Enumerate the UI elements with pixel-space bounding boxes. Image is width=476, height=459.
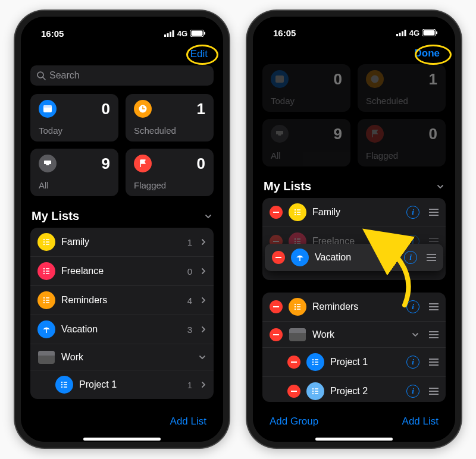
home-indicator[interactable] xyxy=(315,438,393,441)
info-button[interactable]: i xyxy=(406,300,419,313)
list-count: 4 xyxy=(187,295,192,306)
dragging-list-item[interactable]: Vacation i xyxy=(265,244,443,271)
list-item-vacation[interactable]: Vacation 3 xyxy=(30,315,214,344)
list-count: 0 xyxy=(187,266,192,276)
card-today[interactable]: 0 Today xyxy=(30,94,118,142)
list-label: Reminders xyxy=(312,301,400,312)
svg-point-35 xyxy=(61,384,62,385)
edit-list-item-project2[interactable]: Project 2 i xyxy=(262,377,446,402)
svg-rect-17 xyxy=(46,241,49,243)
drag-handle-icon[interactable] xyxy=(429,303,439,310)
svg-point-20 xyxy=(43,268,45,269)
edit-list-item-reminders[interactable]: Reminders i xyxy=(262,293,446,322)
svg-point-67 xyxy=(312,359,314,360)
list-item-reminders[interactable]: Reminders 4 xyxy=(30,286,214,315)
drag-handle-icon[interactable] xyxy=(429,331,439,338)
svg-point-26 xyxy=(43,297,45,298)
svg-rect-56 xyxy=(297,238,300,240)
svg-rect-3 xyxy=(172,30,174,37)
svg-rect-42 xyxy=(402,31,403,36)
my-lists-header[interactable]: My Lists xyxy=(264,180,444,193)
svg-point-71 xyxy=(312,364,314,365)
list-item-work-group[interactable]: Work xyxy=(30,344,214,370)
flag-icon xyxy=(138,159,148,168)
svg-point-61 xyxy=(295,304,296,305)
edit-button[interactable]: Edit xyxy=(187,48,211,61)
edit-list-item-project1[interactable]: Project 1 i xyxy=(262,348,446,377)
drag-handle-icon[interactable] xyxy=(429,388,439,395)
svg-rect-45 xyxy=(424,30,435,36)
card-today: 0 Today xyxy=(262,64,350,112)
add-list-button[interactable]: Add List xyxy=(399,415,442,428)
delete-button[interactable] xyxy=(287,385,300,398)
lists-container: Family 1 Freelance 0 Reminders 4 Vacatio… xyxy=(30,228,214,399)
card-label: All xyxy=(271,150,342,161)
info-button[interactable]: i xyxy=(406,385,419,398)
card-flagged: 0 Flagged xyxy=(358,119,446,166)
chevron-right-icon xyxy=(201,267,206,275)
svg-point-55 xyxy=(295,238,296,240)
list-item-freelance[interactable]: Freelance 0 xyxy=(30,257,214,286)
chevron-right-icon xyxy=(201,296,206,304)
list-bullet-icon xyxy=(311,386,320,396)
svg-rect-31 xyxy=(46,302,49,303)
list-bullet-icon xyxy=(42,295,51,305)
svg-rect-47 xyxy=(275,76,284,83)
svg-rect-76 xyxy=(315,391,318,392)
edit-list-item-work-group[interactable]: Work xyxy=(262,322,446,348)
search-input[interactable]: Search xyxy=(30,65,214,86)
svg-point-18 xyxy=(43,244,45,245)
home-indicator[interactable] xyxy=(83,438,161,441)
list-label: Family xyxy=(312,207,400,218)
my-lists-header[interactable]: My Lists xyxy=(32,209,212,223)
svg-point-53 xyxy=(295,214,296,215)
section-title: My Lists xyxy=(32,209,79,223)
drag-handle-icon[interactable] xyxy=(429,359,439,366)
card-scheduled[interactable]: 1 Scheduled xyxy=(126,94,214,142)
list-label: Project 1 xyxy=(79,379,181,390)
drag-handle-icon[interactable] xyxy=(427,254,436,261)
chevron-down-icon xyxy=(411,331,419,339)
info-button[interactable]: i xyxy=(406,206,419,219)
search-placeholder: Search xyxy=(49,70,80,81)
list-bullet-icon xyxy=(293,208,302,217)
svg-rect-38 xyxy=(64,386,67,388)
battery-icon xyxy=(190,30,205,37)
section-title: My Lists xyxy=(264,180,311,193)
list-label: Work xyxy=(61,352,192,363)
card-label: Scheduled xyxy=(366,96,437,106)
list-label: Freelance xyxy=(61,266,181,276)
list-item-family[interactable]: Family 1 xyxy=(30,228,214,257)
delete-button[interactable] xyxy=(270,328,283,341)
svg-rect-0 xyxy=(164,34,166,37)
svg-rect-40 xyxy=(396,34,398,36)
card-all[interactable]: 9 All xyxy=(30,149,118,196)
card-count: 0 xyxy=(102,100,110,118)
calendar-icon xyxy=(43,104,52,114)
info-button[interactable]: i xyxy=(404,251,417,264)
tray-icon xyxy=(275,129,284,139)
svg-point-33 xyxy=(61,382,62,383)
svg-rect-23 xyxy=(46,271,49,272)
done-button[interactable]: Done xyxy=(411,47,444,59)
status-time: 16:05 xyxy=(41,29,64,39)
delete-button[interactable] xyxy=(287,356,300,369)
svg-point-30 xyxy=(43,302,45,303)
add-group-button[interactable]: Add Group xyxy=(266,415,322,428)
delete-button[interactable] xyxy=(270,300,283,313)
card-count: 0 xyxy=(429,125,437,143)
search-icon xyxy=(36,71,46,80)
chevron-right-icon xyxy=(201,325,206,334)
delete-button[interactable] xyxy=(270,206,283,219)
add-list-button[interactable]: Add List xyxy=(167,415,210,428)
delete-button[interactable] xyxy=(272,251,285,264)
network-label: 4G xyxy=(409,29,419,37)
list-item-project1[interactable]: Project 1 1 xyxy=(30,370,214,399)
edit-list-item-family[interactable]: Family i xyxy=(262,198,446,227)
card-flagged[interactable]: 0 Flagged xyxy=(126,149,214,196)
svg-rect-62 xyxy=(297,304,300,305)
drag-handle-icon[interactable] xyxy=(429,209,439,216)
svg-point-49 xyxy=(295,209,296,210)
list-bullet-icon xyxy=(42,237,51,247)
info-button[interactable]: i xyxy=(406,356,419,369)
